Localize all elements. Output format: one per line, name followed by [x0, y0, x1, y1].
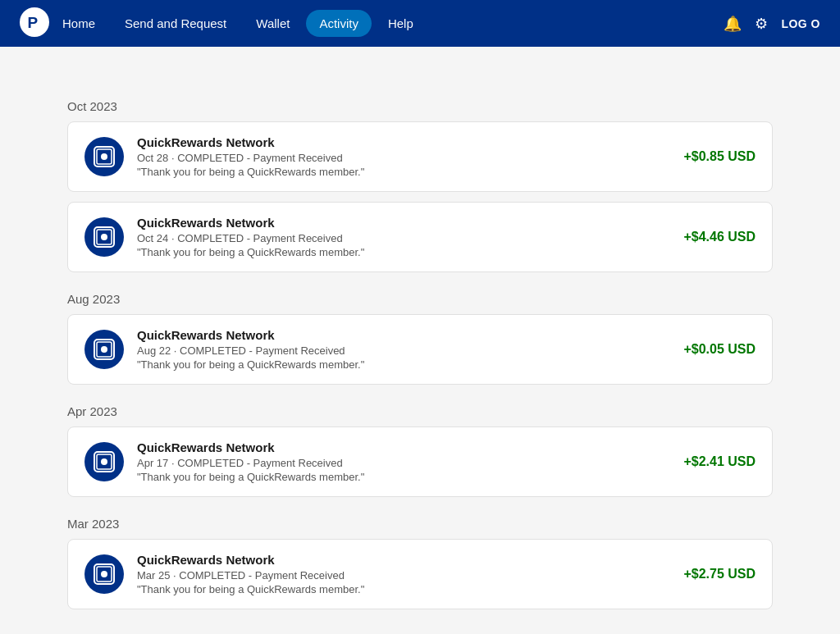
logout-button[interactable]: LOG O	[781, 17, 820, 30]
transaction-details: QuickRewards NetworkAug 22 · COMPLETED -…	[137, 328, 683, 371]
transaction-details: QuickRewards NetworkOct 24 · COMPLETED -…	[137, 216, 683, 258]
transaction-meta: Mar 25 · COMPLETED - Payment Received	[137, 569, 683, 582]
quickrewards-icon	[93, 450, 116, 473]
quickrewards-icon	[93, 145, 116, 168]
transaction-amount: +$2.41 USD	[683, 454, 756, 469]
transaction-avatar	[84, 137, 124, 176]
transaction-details: QuickRewards NetworkApr 17 · COMPLETED -…	[137, 440, 683, 483]
month-group-oct-2023: Oct 2023 QuickRewards NetworkOct 28 · CO…	[67, 99, 773, 272]
main-nav: P Home Send and Request Wallet Activity …	[0, 0, 840, 47]
transaction-card-mar-25[interactable]: QuickRewards NetworkMar 25 · COMPLETED -…	[67, 539, 773, 609]
transaction-amount: +$4.46 USD	[683, 230, 756, 244]
transaction-avatar	[84, 330, 124, 369]
transaction-note: "Thank you for being a QuickRewards memb…	[137, 246, 683, 258]
month-label-oct-2023: Oct 2023	[67, 99, 773, 113]
transaction-meta: Aug 22 · COMPLETED - Payment Received	[137, 344, 683, 357]
month-group-apr-2023: Apr 2023 QuickRewards NetworkApr 17 · CO…	[67, 404, 773, 497]
nav-activity[interactable]: Activity	[306, 10, 372, 37]
transaction-meta: Oct 24 · COMPLETED - Payment Received	[137, 232, 683, 244]
transaction-name: QuickRewards Network	[137, 553, 683, 567]
transaction-meta: Apr 17 · COMPLETED - Payment Received	[137, 457, 683, 469]
transaction-note: "Thank you for being a QuickRewards memb…	[137, 358, 683, 371]
nav-help[interactable]: Help	[375, 10, 427, 37]
transaction-meta: Oct 28 · COMPLETED - Payment Received	[137, 152, 683, 164]
transaction-card-oct-24[interactable]: QuickRewards NetworkOct 24 · COMPLETED -…	[67, 202, 773, 272]
month-label-aug-2023: Aug 2023	[67, 292, 773, 306]
svg-point-16	[101, 571, 107, 577]
transaction-note: "Thank you for being a QuickRewards memb…	[137, 583, 683, 595]
notification-icon[interactable]: 🔔	[724, 15, 742, 33]
transaction-avatar	[84, 217, 124, 257]
transaction-card-apr-17[interactable]: QuickRewards NetworkApr 17 · COMPLETED -…	[67, 426, 773, 497]
nav-wallet[interactable]: Wallet	[243, 10, 303, 37]
transaction-note: "Thank you for being a QuickRewards memb…	[137, 166, 683, 178]
month-label-mar-2023: Mar 2023	[67, 517, 773, 531]
paypal-logo[interactable]: P	[20, 7, 49, 40]
transaction-amount: +$0.05 USD	[683, 342, 756, 357]
svg-point-4	[101, 153, 107, 160]
transaction-details: QuickRewards NetworkMar 25 · COMPLETED -…	[137, 553, 683, 595]
quickrewards-icon	[93, 226, 116, 249]
nav-send-and-request[interactable]: Send and Request	[112, 10, 240, 37]
transaction-name: QuickRewards Network	[137, 135, 683, 149]
nav-home[interactable]: Home	[49, 10, 108, 37]
nav-right: 🔔 ⚙ LOG O	[724, 15, 820, 33]
month-group-aug-2023: Aug 2023 QuickRewards NetworkAug 22 · CO…	[67, 292, 773, 385]
transaction-name: QuickRewards Network	[137, 440, 683, 454]
transaction-amount: +$0.85 USD	[683, 149, 756, 164]
quickrewards-icon	[93, 338, 116, 361]
svg-point-7	[101, 234, 107, 240]
transaction-name: QuickRewards Network	[137, 216, 683, 230]
transaction-details: QuickRewards NetworkOct 28 · COMPLETED -…	[137, 135, 683, 178]
svg-point-10	[101, 346, 107, 353]
transaction-avatar	[84, 442, 124, 481]
month-group-mar-2023: Mar 2023 QuickRewards NetworkMar 25 · CO…	[67, 517, 773, 609]
svg-point-13	[101, 458, 107, 465]
settings-icon[interactable]: ⚙	[755, 15, 768, 33]
transaction-card-aug-22[interactable]: QuickRewards NetworkAug 22 · COMPLETED -…	[67, 314, 773, 385]
nav-links: Home Send and Request Wallet Activity He…	[49, 10, 724, 37]
transaction-note: "Thank you for being a QuickRewards memb…	[137, 471, 683, 483]
transaction-amount: +$2.75 USD	[683, 567, 756, 582]
activity-content: Oct 2023 QuickRewards NetworkOct 28 · CO…	[51, 47, 789, 634]
transaction-avatar	[84, 554, 124, 594]
transaction-card-oct-28[interactable]: QuickRewards NetworkOct 28 · COMPLETED -…	[67, 121, 773, 192]
month-label-apr-2023: Apr 2023	[67, 404, 773, 418]
quickrewards-icon	[93, 563, 116, 586]
transaction-name: QuickRewards Network	[137, 328, 683, 342]
svg-text:P: P	[27, 13, 38, 30]
